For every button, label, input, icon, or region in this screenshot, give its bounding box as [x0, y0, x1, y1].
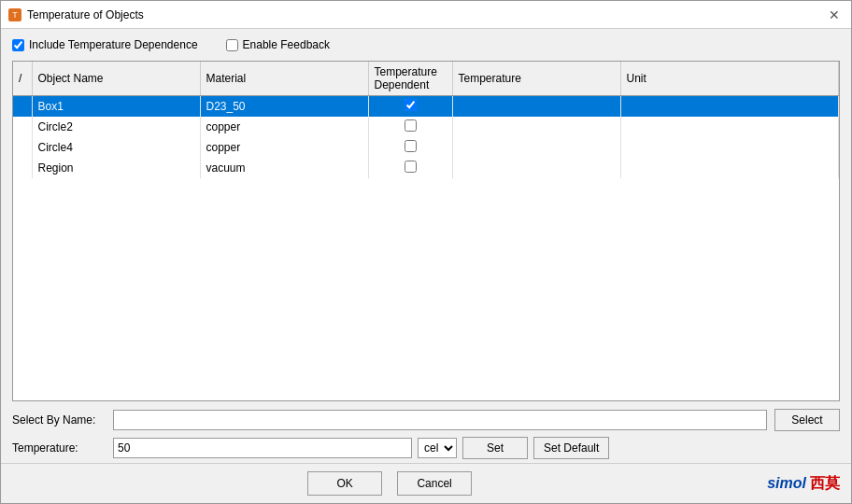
col-header-material: Material [200, 62, 368, 96]
ok-button[interactable]: OK [307, 471, 382, 496]
cell-temp-dep[interactable] [368, 137, 452, 158]
temp-dep-checkbox[interactable] [405, 140, 417, 152]
temp-dep-checkbox[interactable] [405, 161, 417, 173]
col-header-slash: / [13, 62, 32, 96]
watermark: simol 西莫 [767, 474, 840, 494]
cell-unit [620, 117, 839, 137]
cell-slash [13, 117, 32, 137]
temperature-inputs: cel K F Set Set Default [113, 437, 609, 459]
bottom-controls: Select By Name: Select Temperature: cel … [12, 401, 840, 463]
title-bar: T Temperature of Objects ✕ [1, 1, 851, 29]
cell-material: D23_50 [200, 96, 368, 117]
select-by-name-row: Select By Name: Select [12, 409, 840, 431]
cancel-button[interactable]: Cancel [397, 471, 472, 496]
close-button[interactable]: ✕ [825, 6, 844, 24]
cell-slash [13, 137, 32, 158]
cell-temp-dep[interactable] [368, 158, 452, 178]
cell-material: copper [200, 137, 368, 158]
cell-material: vacuum [200, 158, 368, 178]
dialog-title: Temperature of Objects [27, 8, 144, 21]
set-default-button[interactable]: Set Default [533, 437, 609, 459]
include-temp-checkbox[interactable] [12, 39, 24, 51]
select-button[interactable]: Select [774, 409, 840, 431]
cell-temperature [452, 117, 620, 137]
temperature-input[interactable] [113, 438, 412, 458]
cell-unit [620, 158, 839, 178]
enable-feedback-checkbox[interactable] [226, 39, 238, 51]
cell-slash [13, 96, 32, 117]
objects-table-container: / Object Name Material Temperature Depen… [12, 61, 840, 401]
watermark-cn: 西莫 [810, 474, 840, 494]
cell-name: Region [32, 158, 200, 178]
title-bar-left: T Temperature of Objects [8, 8, 144, 21]
cell-name: Circle4 [32, 137, 200, 158]
footer-buttons: OK Cancel [12, 471, 767, 496]
col-header-temperature: Temperature [452, 62, 620, 96]
cell-material: copper [200, 117, 368, 137]
cell-temperature [452, 158, 620, 178]
temperature-row: Temperature: cel K F Set Set Default [12, 437, 840, 459]
checkboxes-row: Include Temperature Dependence Enable Fe… [12, 38, 840, 51]
watermark-text: simol [767, 475, 806, 492]
temp-dep-checkbox[interactable] [405, 119, 417, 132]
enable-feedback-text: Enable Feedback [243, 38, 330, 51]
set-button[interactable]: Set [462, 437, 528, 459]
table-row[interactable]: Circle2copper [13, 117, 839, 137]
col-header-name: Object Name [32, 62, 200, 96]
cell-unit [620, 96, 839, 117]
cell-temp-dep[interactable] [368, 96, 452, 117]
objects-table: / Object Name Material Temperature Depen… [13, 62, 839, 178]
enable-feedback-label[interactable]: Enable Feedback [226, 38, 330, 51]
col-header-unit: Unit [620, 62, 839, 96]
include-temp-text: Include Temperature Dependence [29, 38, 198, 51]
cell-temperature [452, 137, 620, 158]
table-row[interactable]: Regionvacuum [13, 158, 839, 178]
table-body: Box1D23_50Circle2copperCircle4copperRegi… [13, 96, 839, 178]
select-by-name-input[interactable] [113, 410, 767, 430]
dialog-icon: T [8, 8, 21, 21]
table-row[interactable]: Box1D23_50 [13, 96, 839, 117]
include-temp-label[interactable]: Include Temperature Dependence [12, 38, 198, 51]
temperature-dialog: T Temperature of Objects ✕ Include Tempe… [0, 0, 852, 504]
temperature-label: Temperature: [12, 441, 106, 455]
cell-temperature [452, 96, 620, 117]
dialog-body: Include Temperature Dependence Enable Fe… [1, 29, 851, 463]
cell-temp-dep[interactable] [368, 117, 452, 137]
cell-name: Box1 [32, 96, 200, 117]
unit-dropdown[interactable]: cel K F [418, 438, 457, 458]
cell-slash [13, 158, 32, 178]
select-by-name-label: Select By Name: [12, 413, 106, 427]
table-header-row: / Object Name Material Temperature Depen… [13, 62, 839, 96]
cell-name: Circle2 [32, 117, 200, 137]
table-row[interactable]: Circle4copper [13, 137, 839, 158]
cell-unit [620, 137, 839, 158]
dialog-footer: OK Cancel simol 西莫 [1, 463, 851, 503]
col-header-temp-dep: Temperature Dependent [368, 62, 452, 96]
temp-dep-checkbox[interactable] [405, 99, 417, 111]
